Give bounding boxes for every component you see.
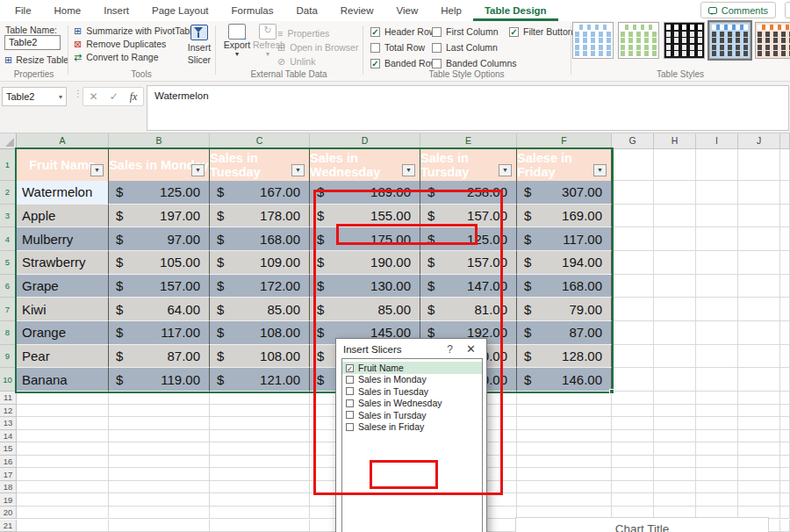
cell[interactable] [17, 520, 109, 532]
cell[interactable] [696, 430, 738, 443]
cell[interactable] [780, 430, 790, 443]
cell[interactable] [738, 251, 780, 275]
sales-value-cell[interactable]: $87.00 [109, 345, 210, 369]
resize-table-button[interactable]: ⊞ Resize Table [4, 54, 68, 65]
sales-value-cell[interactable]: $194.00 [517, 251, 612, 275]
sales-value-cell[interactable]: $169.00 [517, 205, 612, 228]
cell[interactable] [17, 430, 109, 443]
cell[interactable] [210, 520, 310, 532]
dialog-help-icon[interactable]: ? [447, 343, 453, 356]
fruit-name-cell[interactable]: Mulberry [17, 227, 109, 251]
cell[interactable] [780, 321, 790, 345]
cell[interactable] [780, 205, 790, 228]
filter-dropdown-icon[interactable]: ▼ [90, 164, 104, 176]
tab-insert[interactable]: Insert [92, 0, 140, 21]
cell[interactable] [654, 298, 696, 321]
cell[interactable] [780, 456, 790, 469]
tab-view[interactable]: View [385, 0, 430, 21]
checkbox-filter-button[interactable]: ✓Filter Button [509, 26, 573, 37]
cell[interactable] [517, 417, 612, 430]
sales-value-cell[interactable]: $167.00 [210, 181, 310, 205]
tab-table-design[interactable]: Table Design [473, 0, 558, 21]
cell[interactable] [612, 468, 654, 481]
sales-value-cell[interactable]: $85.00 [210, 298, 310, 321]
cancel-entry-icon[interactable]: ✕ [90, 90, 98, 103]
cell[interactable] [696, 345, 738, 369]
sales-value-cell[interactable]: $121.00 [210, 368, 310, 392]
slicer-field-sales-in-monday[interactable]: Sales in Monday [342, 373, 482, 385]
cell[interactable] [109, 430, 210, 443]
cell[interactable] [17, 405, 109, 418]
cell[interactable] [210, 493, 310, 507]
sales-value-cell[interactable]: $258.00 [420, 181, 517, 205]
row-header-17[interactable]: 17 [0, 468, 17, 481]
cell[interactable] [210, 405, 310, 418]
row-header-19[interactable]: 19 [0, 493, 17, 507]
cell[interactable] [696, 442, 738, 456]
insert-function-icon[interactable]: fx [130, 90, 138, 104]
column-header-G[interactable]: G [612, 133, 654, 149]
cell[interactable] [654, 493, 696, 507]
sales-value-cell[interactable]: $175.00 [310, 227, 420, 251]
filter-dropdown-icon[interactable]: ▼ [402, 164, 415, 176]
cell[interactable] [654, 456, 696, 469]
sales-value-cell[interactable]: $109.00 [210, 251, 310, 275]
column-header-F[interactable]: F [517, 133, 612, 149]
table-style-light-blue[interactable] [572, 22, 614, 59]
checkbox-last-column[interactable]: Last Column [432, 42, 498, 53]
row-header-21[interactable]: 21 [0, 520, 17, 532]
fruit-name-cell[interactable]: Banana [17, 368, 109, 392]
cell[interactable] [696, 456, 738, 469]
row-header-11[interactable]: 11 [0, 392, 17, 405]
column-header-J[interactable]: J [738, 133, 780, 149]
sales-value-cell[interactable]: $197.00 [109, 205, 210, 228]
sales-value-cell[interactable]: $147.00 [420, 275, 517, 298]
cell[interactable] [210, 456, 310, 469]
cell[interactable] [738, 481, 780, 494]
cell[interactable] [738, 298, 780, 321]
row-header-2[interactable]: 2 [0, 181, 17, 205]
cell[interactable] [780, 481, 790, 494]
cell[interactable] [654, 181, 696, 205]
cell[interactable] [696, 321, 738, 345]
fruit-name-cell[interactable]: Watermelon [17, 181, 109, 205]
open-in-browser-button[interactable]: ⊞ Open in Browser [277, 40, 358, 54]
fruit-name-cell[interactable]: Pear [17, 345, 109, 369]
tab-home[interactable]: Home [43, 0, 93, 21]
cell[interactable] [612, 275, 654, 298]
cell[interactable] [517, 430, 612, 443]
sales-value-cell[interactable]: $130.00 [310, 275, 420, 298]
cell[interactable] [738, 149, 780, 181]
slicer-field-sales-in-tursday[interactable]: Sales in Tursday [342, 409, 482, 421]
row-header-10[interactable]: 10 [0, 368, 17, 392]
cell[interactable] [517, 468, 612, 481]
cell[interactable] [517, 392, 612, 405]
sales-value-cell[interactable]: $178.00 [210, 205, 310, 228]
dialog-close-icon[interactable]: ✕ [466, 342, 476, 356]
cell[interactable] [517, 442, 612, 456]
cell[interactable] [654, 405, 696, 418]
cell[interactable] [654, 368, 696, 392]
sales-value-cell[interactable]: $157.00 [420, 251, 517, 275]
cell[interactable] [780, 493, 790, 507]
formula-input[interactable]: Watermelon [147, 85, 789, 131]
cell[interactable] [738, 275, 780, 298]
sales-value-cell[interactable]: $81.00 [420, 298, 517, 321]
row-header-6[interactable]: 6 [0, 275, 17, 298]
cell[interactable] [109, 417, 210, 430]
cell[interactable] [612, 181, 654, 205]
row-header-16[interactable]: 16 [0, 456, 17, 469]
cell[interactable] [109, 442, 210, 456]
cell[interactable] [654, 205, 696, 228]
tab-formulas[interactable]: Formulas [220, 0, 285, 21]
name-box[interactable]: Table2 ▾ [2, 87, 67, 106]
fruit-name-cell[interactable]: Kiwi [17, 298, 109, 321]
sales-value-cell[interactable]: $172.00 [210, 275, 310, 298]
comments-button[interactable]: Comments [700, 2, 776, 18]
cell[interactable] [738, 442, 780, 456]
table-style-dark-black[interactable] [664, 22, 705, 59]
cell[interactable] [780, 368, 790, 392]
cell[interactable] [696, 205, 738, 228]
sales-value-cell[interactable]: $189.00 [310, 181, 420, 205]
row-header-18[interactable]: 18 [0, 481, 17, 494]
